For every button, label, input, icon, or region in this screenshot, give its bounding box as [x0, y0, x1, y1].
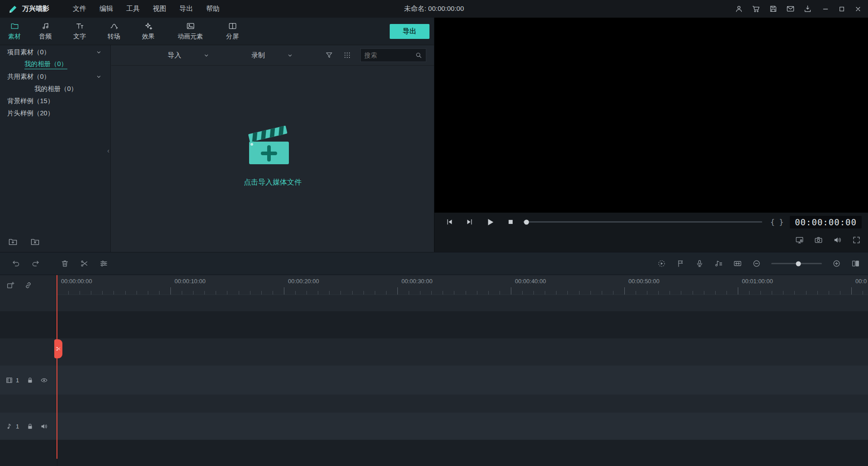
- menu-edit[interactable]: 编辑: [99, 5, 113, 13]
- sidebar-item-list: 项目素材（0） 我的相册（0） 共用素材（0） 我的相册（0） 背景样例（15）: [0, 45, 110, 119]
- render-preview-icon[interactable]: [657, 259, 666, 268]
- minimize-button[interactable]: [822, 5, 829, 13]
- tab-label: 动画元素: [178, 33, 203, 41]
- chevron-down-icon[interactable]: [203, 52, 210, 59]
- playhead-handle[interactable]: [54, 339, 62, 358]
- mail-icon[interactable]: [786, 5, 795, 13]
- sidebar-collapse-handle[interactable]: ‹: [107, 147, 109, 154]
- tab-elements[interactable]: 动画元素: [165, 18, 215, 45]
- ruler-label: 00:00:00:00: [61, 278, 92, 285]
- speaker-icon[interactable]: [833, 236, 842, 244]
- tab-split-screen[interactable]: 分屏: [215, 18, 250, 45]
- ruler-label: 00:00:50:00: [628, 278, 660, 285]
- zoom-slider-knob[interactable]: [796, 261, 801, 266]
- sidebar-item-project-media[interactable]: 项目素材（0）: [0, 46, 110, 58]
- mic-icon[interactable]: [695, 259, 704, 268]
- audio-track-lane[interactable]: [0, 413, 868, 440]
- lock-icon[interactable]: [26, 376, 34, 384]
- track-manager-icon[interactable]: [733, 259, 742, 268]
- save-icon[interactable]: [769, 5, 778, 13]
- tr ash-icon[interactable]: [61, 259, 69, 268]
- speaker-icon[interactable]: [40, 423, 48, 430]
- import-dropdown[interactable]: 导入: [168, 51, 181, 60]
- account-icon[interactable]: [735, 5, 743, 13]
- split-screen-icon: [228, 22, 237, 30]
- mark-out-button[interactable]: }: [779, 218, 784, 226]
- add-track-icon[interactable]: [6, 281, 15, 290]
- menubar: 文件 编辑 工具 视图 导出 帮助: [73, 5, 220, 13]
- titlebar-actions: [735, 5, 812, 13]
- timeline-gap-band: [0, 311, 868, 338]
- window-controls: [822, 5, 862, 13]
- export-button[interactable]: 导出: [390, 24, 429, 39]
- chevron-down-icon[interactable]: [287, 52, 293, 59]
- grid-view-icon[interactable]: [343, 51, 351, 59]
- menu-file[interactable]: 文件: [73, 5, 86, 13]
- mark-in-button[interactable]: {: [770, 218, 775, 226]
- close-button[interactable]: [854, 5, 862, 13]
- sidebar-item-my-album-shared[interactable]: 我的相册（0）: [0, 83, 110, 95]
- video-track-lane[interactable]: [0, 366, 868, 395]
- zoom-in-icon[interactable]: [832, 259, 841, 268]
- import-media-prompt: 点击导入媒体文件: [244, 178, 302, 187]
- tab-effects[interactable]: 效果: [131, 18, 165, 45]
- seek-bar[interactable]: [523, 221, 762, 223]
- library-pane: 素材 音频 文字 转场 效果 动画元素: [0, 18, 434, 252]
- adjust-icon[interactable]: [99, 259, 108, 268]
- tab-audio[interactable]: 音频: [28, 18, 62, 45]
- media-panel: 导入 录制: [111, 45, 434, 252]
- import-media-dropzone[interactable]: 点击导入媒体文件: [111, 121, 434, 187]
- sidebar-item-shared-media[interactable]: 共用素材（0）: [0, 71, 110, 83]
- add-folder-icon[interactable]: [8, 237, 18, 247]
- delete-folder-icon[interactable]: [30, 237, 40, 247]
- folder-icon: [10, 22, 19, 30]
- sidebar-item-my-album[interactable]: 我的相册（0）: [0, 58, 110, 71]
- scissors-icon[interactable]: [80, 259, 89, 268]
- marker-icon[interactable]: [676, 259, 685, 268]
- menu-help[interactable]: 帮助: [206, 5, 220, 13]
- video-track-header[interactable]: 1: [0, 366, 57, 395]
- chevron-down-icon[interactable]: [95, 73, 102, 80]
- link-icon[interactable]: [24, 281, 33, 290]
- eye-icon[interactable]: [40, 376, 48, 384]
- lock-icon[interactable]: [26, 423, 34, 430]
- maximize-button[interactable]: [838, 5, 845, 13]
- previous-frame-button[interactable]: [445, 218, 454, 226]
- display-settings-icon[interactable]: [795, 236, 804, 244]
- filter-icon[interactable]: [325, 51, 333, 59]
- download-icon[interactable]: [803, 5, 812, 13]
- tab-text[interactable]: 文字: [62, 18, 97, 45]
- menu-tools[interactable]: 工具: [126, 5, 140, 13]
- next-frame-button[interactable]: [465, 218, 474, 226]
- stop-button[interactable]: [506, 218, 515, 226]
- transition-icon: [110, 22, 118, 30]
- sidebar-item-intro-samples[interactable]: 片头样例（20）: [0, 107, 110, 119]
- clapperboard-icon[interactable]: [246, 121, 299, 169]
- sidebar-item-background-samples[interactable]: 背景样例（15）: [0, 95, 110, 107]
- search-input[interactable]: [364, 52, 415, 59]
- redo-icon[interactable]: [31, 259, 40, 268]
- panel-toggle-icon[interactable]: [851, 259, 860, 268]
- video-preview[interactable]: [434, 18, 868, 213]
- cart-icon[interactable]: [752, 5, 760, 13]
- timeline-ruler[interactable]: 00:00:00:00 00:00:10:00 00:00:20:00 00:0…: [57, 275, 868, 295]
- snapshot-icon[interactable]: [814, 236, 823, 244]
- effects-icon: [144, 22, 153, 30]
- audio-track-header[interactable]: 1: [0, 413, 57, 440]
- fullscreen-icon[interactable]: [852, 236, 861, 244]
- record-dropdown[interactable]: 录制: [251, 51, 265, 60]
- tab-transition[interactable]: 转场: [97, 18, 131, 45]
- undo-icon[interactable]: [12, 259, 20, 268]
- sidebar-folder-tools: [8, 237, 40, 247]
- seek-knob[interactable]: [524, 219, 529, 224]
- zoom-out-icon[interactable]: [752, 259, 761, 268]
- play-button[interactable]: [485, 217, 495, 227]
- search-box[interactable]: [360, 48, 426, 62]
- tab-media[interactable]: 素材: [1, 18, 28, 45]
- timeline-zoom-slider[interactable]: [771, 263, 822, 264]
- menu-export[interactable]: 导出: [179, 5, 193, 13]
- chevron-down-icon[interactable]: [95, 49, 102, 56]
- mark-in-out: { }: [770, 218, 783, 226]
- audio-mixer-icon[interactable]: [714, 259, 723, 268]
- menu-view[interactable]: 视图: [153, 5, 166, 13]
